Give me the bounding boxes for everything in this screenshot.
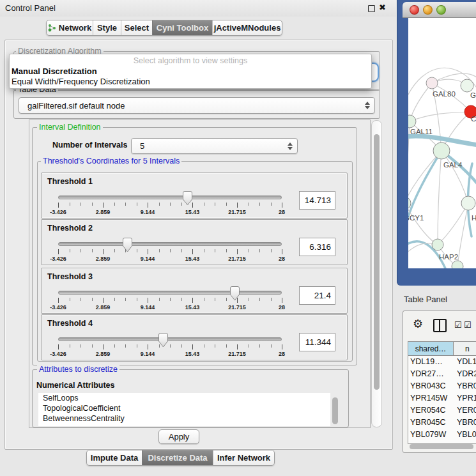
slider-ticks: -3.4262.8599.14415.4321.71528 (58, 249, 282, 263)
table-row[interactable]: YDR27… YDR2 (408, 368, 476, 380)
column-header-shared[interactable]: shared… (408, 342, 454, 355)
cell-name[interactable]: YDR2 (454, 368, 476, 380)
threshold-value-field[interactable]: 14.713 (299, 191, 335, 210)
dropdown-placeholder: Select algorithm to view settings (10, 56, 371, 66)
threshold-slider[interactable]: -3.4262.8599.14415.4321.71528 (58, 331, 282, 359)
slider-track[interactable] (58, 196, 282, 199)
tab-select[interactable]: Select (121, 20, 152, 35)
table-row[interactable]: YBR045C YBR0 (408, 417, 476, 429)
node-gal80[interactable] (426, 77, 438, 89)
cell-shared-name[interactable]: YPR145W (408, 392, 454, 404)
threshold-slider[interactable]: -3.4262.8599.14415.4321.71528 (58, 189, 282, 217)
tab-jactivemnodules[interactable]: jActiveMNodules (212, 20, 282, 35)
settings-scrollbar[interactable] (371, 120, 382, 427)
threshold-value-field[interactable]: 6.316 (299, 238, 335, 256)
tick-mark (58, 298, 59, 303)
tick-mark (114, 203, 115, 206)
tick-mark (81, 298, 81, 301)
zoom-traffic-light[interactable] (436, 5, 446, 15)
tick-mark (137, 203, 137, 206)
cell-name[interactable]: YBL0 (454, 429, 476, 441)
tab-infer-network[interactable]: Infer Network (213, 450, 274, 465)
table-data-combobox[interactable]: galFiltered.sif default node (19, 97, 375, 114)
close-traffic-light[interactable] (410, 5, 419, 15)
tick-label: 2.859 (96, 209, 111, 215)
split-columns-icon[interactable] (433, 319, 447, 332)
number-of-intervals-label: Number of Intervals (52, 141, 127, 150)
checkbox-checked-icon[interactable]: ☑ (454, 320, 462, 330)
cell-name[interactable]: YPR1 (454, 392, 476, 404)
slider-track[interactable] (58, 242, 282, 246)
gear-icon[interactable]: ⚙ (413, 317, 423, 330)
cell-name[interactable]: YER0 (454, 404, 476, 417)
tab-label: jActiveMNodules (214, 23, 281, 33)
tick-mark (192, 249, 193, 254)
tick-mark (226, 298, 227, 301)
apply-button[interactable]: Apply (158, 429, 199, 444)
tab-discretize-data[interactable]: Discretize Data (142, 450, 213, 465)
table-row[interactable]: YBR043C YBR0 (408, 380, 476, 392)
slider-track[interactable] (58, 337, 282, 341)
tick-mark (181, 249, 182, 252)
tick-mark (226, 203, 227, 206)
node-top-right[interactable] (461, 79, 473, 92)
tab-style[interactable]: Style (93, 20, 121, 35)
tab-cyni-toolbox[interactable]: Cyni Toolbox (152, 20, 212, 35)
table-row[interactable]: YER054C YER0 (408, 404, 476, 417)
table-row[interactable]: YBL079W YBL0 (408, 429, 476, 441)
table-horizontal-scrollbar[interactable] (410, 444, 473, 449)
close-icon[interactable]: ✖ (379, 3, 386, 12)
cell-shared-name[interactable]: YER054C (408, 404, 454, 417)
node-h[interactable] (461, 196, 475, 210)
tab-impute-data[interactable]: Impute Data (87, 450, 142, 465)
threshold-value-field[interactable]: 11.344 (299, 333, 335, 351)
tab-network[interactable]: Network (47, 20, 93, 35)
tick-mark (137, 249, 137, 252)
node-gal4-label: GAL4 (443, 161, 463, 169)
tick-label: 15.43 (185, 304, 200, 311)
node-h-label: H (472, 214, 476, 222)
tick-label: 9.144 (141, 351, 155, 357)
scrollbar-thumb[interactable] (374, 134, 380, 390)
list-scrollbar[interactable] (332, 397, 338, 424)
cell-name[interactable]: YBR0 (454, 417, 476, 429)
threshold-value-field[interactable]: 21.4 (299, 286, 335, 305)
node-bottom[interactable] (452, 261, 463, 268)
tab-label: Impute Data (91, 453, 138, 463)
node-hap2[interactable] (432, 239, 443, 250)
checkbox-checked-icon[interactable]: ☑ (464, 320, 472, 330)
list-item[interactable]: BetweennessCentrality (38, 413, 330, 424)
list-item[interactable]: SelfLoops (38, 393, 330, 403)
network-window-titlebar[interactable] (403, 2, 476, 18)
slider-ticks: -3.4262.8599.14415.4321.71528 (58, 344, 282, 358)
list-item[interactable]: TopologicalCoefficient (38, 403, 330, 413)
cell-shared-name[interactable]: YBL079W (408, 429, 454, 441)
threshold-panel: Threshold 3 -3.4262.8599.14415.4321.7152… (41, 268, 348, 314)
threshold-slider[interactable]: -3.4262.8599.14415.4321.71528 (58, 236, 282, 264)
column-header-name[interactable]: n (454, 342, 476, 355)
screen: { "titlebar": { "title": "Control Panel"… (0, 0, 476, 476)
tick-mark (81, 249, 81, 252)
dropdown-option-manual[interactable]: Manual Discretization (10, 66, 371, 77)
tick-label: 28 (279, 256, 285, 262)
tick-label: 2.859 (96, 351, 111, 357)
network-canvas[interactable]: GAL80GCGAL11GAL4GCY1HHAP2 (408, 18, 476, 268)
cell-shared-name[interactable]: YDL19… (408, 356, 454, 368)
cell-name[interactable]: YBR0 (454, 380, 476, 392)
slider-track[interactable] (58, 291, 282, 295)
cell-shared-name[interactable]: YBR045C (408, 417, 454, 429)
number-of-intervals-combobox[interactable]: 5 (131, 138, 298, 154)
cell-shared-name[interactable]: YDR27… (408, 368, 454, 380)
table-row[interactable]: YPR145W YPR1 (408, 392, 476, 404)
tick-mark (215, 298, 215, 301)
dropdown-option-equal-width[interactable]: Equal Width/Frequency Discretization (10, 77, 371, 87)
minimize-traffic-light[interactable] (423, 5, 433, 15)
table-row[interactable]: YDL19… YDL1 (408, 356, 476, 368)
cell-name[interactable]: YDL1 (454, 356, 476, 368)
node-gal4[interactable] (433, 142, 450, 159)
cell-shared-name[interactable]: YBR043C (408, 380, 454, 392)
tick-label: 28 (279, 304, 285, 311)
float-window-icon[interactable] (368, 5, 375, 12)
tick-mark (137, 298, 137, 301)
threshold-slider[interactable]: -3.4262.8599.14415.4321.71528 (58, 284, 282, 312)
